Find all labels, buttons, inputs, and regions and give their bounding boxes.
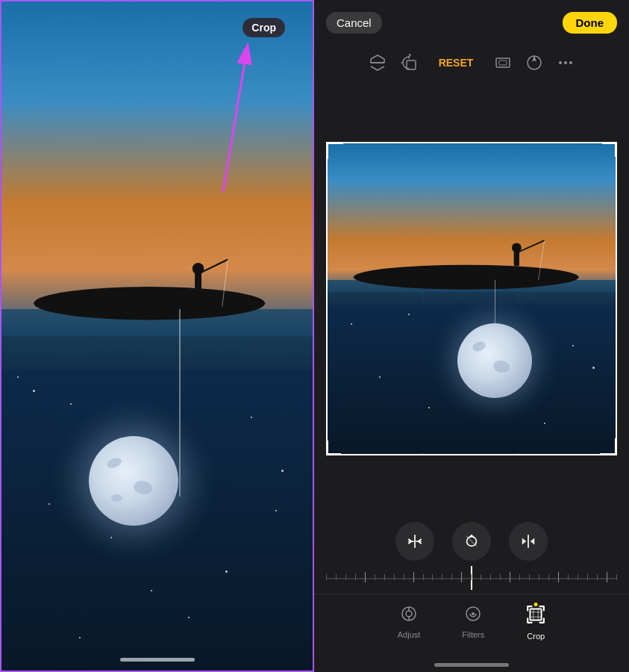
- svg-line-18: [517, 240, 545, 252]
- tick: [384, 574, 385, 580]
- svg-rect-16: [513, 252, 519, 267]
- mirror-button[interactable]: [509, 522, 548, 561]
- crop-boat-silhouette: [337, 239, 595, 293]
- adjust-tab-label: Adjust: [398, 630, 421, 639]
- star: [70, 403, 72, 405]
- svg-point-27: [472, 612, 475, 615]
- tick-major: [365, 572, 366, 582]
- tick-major: [558, 572, 559, 582]
- rotate-button[interactable]: [452, 522, 491, 561]
- tab-adjust[interactable]: Adjust: [377, 600, 442, 644]
- reset-button[interactable]: RESET: [439, 57, 474, 69]
- boat-silhouette: [17, 255, 281, 325]
- rotate-icon[interactable]: [400, 54, 418, 72]
- tick: [500, 574, 501, 580]
- svg-point-13: [564, 61, 567, 64]
- tick: [578, 574, 578, 580]
- crop-frame[interactable]: [326, 142, 617, 455]
- tick: [355, 574, 356, 580]
- rotation-slider[interactable]: [314, 564, 629, 594]
- star: [17, 376, 19, 378]
- star: [225, 570, 228, 573]
- svg-rect-10: [499, 60, 507, 65]
- tick: [490, 574, 491, 580]
- navigate-icon[interactable]: [525, 54, 543, 72]
- tick: [345, 574, 346, 580]
- tick: [597, 574, 598, 580]
- image-area: [314, 81, 629, 516]
- crop-star: [351, 323, 352, 325]
- star: [48, 503, 50, 505]
- tick: [394, 574, 395, 580]
- crop-tab-icon: [526, 605, 545, 629]
- cancel-button[interactable]: Cancel: [326, 12, 382, 34]
- tick: [451, 574, 452, 580]
- crop-tab-label: Crop: [527, 632, 545, 641]
- tick: [423, 574, 424, 580]
- tick: [519, 574, 520, 580]
- svg-rect-9: [496, 58, 510, 67]
- tick-major: [413, 572, 414, 582]
- left-panel: Crop: [0, 0, 314, 672]
- tick: [481, 574, 481, 580]
- home-indicator-right: [314, 657, 629, 672]
- tick: [539, 574, 539, 580]
- rotation-controls: [314, 516, 629, 564]
- star: [251, 417, 252, 418]
- adjust-icon: [400, 605, 418, 627]
- tick: [375, 574, 375, 580]
- filters-icon: [464, 605, 482, 627]
- tick-major: [461, 572, 462, 582]
- tick: [529, 574, 530, 580]
- star: [33, 390, 35, 392]
- tick-major: [607, 572, 607, 582]
- toolbar: RESET: [314, 45, 629, 81]
- svg-point-12: [559, 61, 562, 64]
- crop-corner-bl: [326, 441, 341, 455]
- tick: [404, 574, 404, 580]
- crop-star: [572, 345, 574, 346]
- tab-filters[interactable]: Filters: [441, 600, 505, 644]
- slider-track: [326, 578, 617, 579]
- aspect-ratio-icon[interactable]: [494, 54, 512, 72]
- tick: [548, 574, 549, 580]
- bottom-tabs: Adjust Filters: [314, 594, 629, 657]
- tick: [587, 574, 588, 580]
- more-options-icon[interactable]: [557, 54, 575, 72]
- tick: [616, 574, 617, 580]
- tick: [442, 574, 442, 580]
- crop-label[interactable]: Crop: [242, 18, 285, 37]
- svg-rect-28: [531, 609, 542, 620]
- done-button[interactable]: Done: [563, 12, 618, 34]
- svg-point-23: [406, 611, 412, 617]
- flip-button[interactable]: [395, 522, 434, 561]
- tick: [432, 574, 433, 580]
- tab-crop[interactable]: Crop: [505, 600, 566, 645]
- deep-water: [1, 370, 313, 671]
- crop-moon: [457, 323, 532, 398]
- filters-tab-label: Filters: [462, 630, 484, 639]
- flip-vertical-icon[interactable]: [369, 54, 387, 72]
- svg-point-0: [34, 287, 265, 320]
- tick: [326, 574, 327, 580]
- crop-image-content: [328, 143, 616, 454]
- svg-rect-1: [195, 273, 201, 290]
- svg-point-15: [353, 265, 578, 290]
- fishing-line: [179, 309, 181, 497]
- crop-star: [544, 423, 545, 424]
- star: [110, 537, 112, 538]
- slider-ticks: [326, 572, 617, 582]
- active-tab-dot: [534, 603, 538, 606]
- svg-point-14: [569, 61, 572, 64]
- home-bar: [434, 663, 509, 667]
- home-indicator-left: [120, 658, 195, 662]
- tick: [471, 574, 472, 580]
- moon: [89, 436, 178, 526]
- crop-corner-tr: [602, 142, 617, 157]
- tick-major: [510, 572, 510, 582]
- right-panel: Cancel Done RESET: [314, 0, 629, 672]
- tick: [568, 574, 569, 580]
- star: [275, 510, 277, 511]
- top-bar: Cancel Done: [314, 0, 629, 45]
- tick: [336, 574, 337, 580]
